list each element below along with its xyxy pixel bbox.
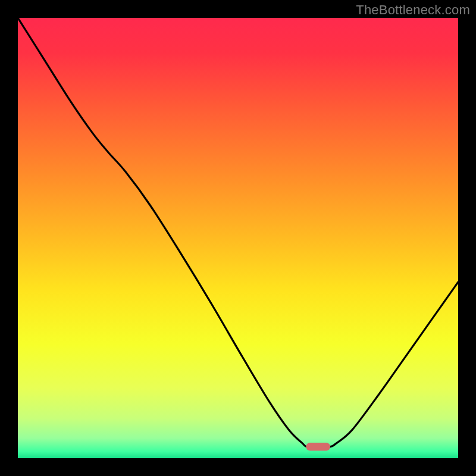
- watermark-text: TheBottleneck.com: [356, 2, 470, 18]
- bottleneck-curve: [18, 18, 458, 447]
- hotspot-marker: [306, 443, 330, 450]
- chart-frame: TheBottleneck.com: [0, 0, 476, 476]
- curve-layer: [18, 18, 458, 458]
- plot-area: [18, 18, 458, 458]
